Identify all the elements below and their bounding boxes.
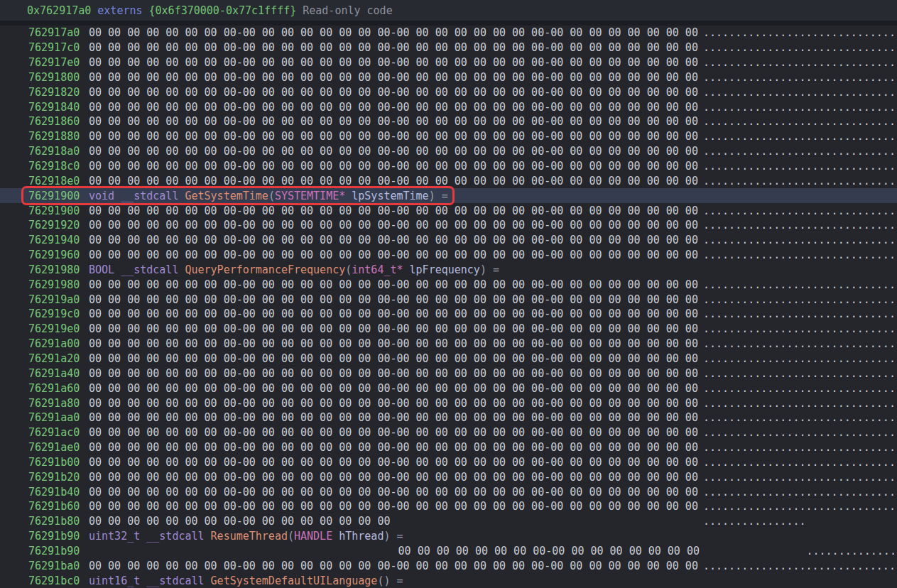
ascii-preview: ................................ <box>703 307 897 320</box>
hex-dump-row[interactable]: 76291b0000 00 00 00 00 00 00 00-00 00 00… <box>0 454 897 469</box>
row-address: 76291a20 <box>28 352 80 365</box>
hex-dump-row[interactable]: 7629182000 00 00 00 00 00 00 00-00 00 00… <box>0 85 897 99</box>
hex-dump-row[interactable]: 7629194000 00 00 00 00 00 00 00-00 00 00… <box>0 233 897 248</box>
function-declaration-row[interactable]: 76291b90uint32_t __stdcall ResumeThread(… <box>0 529 897 544</box>
hex-dump-row[interactable]: 7629188000 00 00 00 00 00 00 00-00 00 00… <box>0 129 897 144</box>
function-declaration-row[interactable]: 76291980BOOL __stdcall QueryPerformanceF… <box>0 263 897 278</box>
hex-bytes: 00 00 00 00 00 00 00 00-00 00 00 00 00 0… <box>89 560 700 572</box>
hex-bytes: 00 00 00 00 00 00 00 00-00 00 00 00 00 0… <box>89 471 700 484</box>
hex-dump-row[interactable]: 76291a0000 00 00 00 00 00 00 00-00 00 00… <box>0 337 897 352</box>
row-address: 76291980 <box>28 263 80 276</box>
ascii-preview: ................................ <box>703 115 897 128</box>
ascii-preview: ................................ <box>703 175 897 187</box>
token-pn: () = <box>377 575 403 587</box>
hex-dump-row[interactable]: 76291a6000 00 00 00 00 00 00 00-00 00 00… <box>0 381 897 396</box>
hex-dump-row[interactable]: 762917e000 00 00 00 00 00 00 00-00 00 00… <box>0 55 897 70</box>
token-pn: ( <box>345 263 352 276</box>
hex-dump-row[interactable]: 762919e000 00 00 00 00 00 00 00-00 00 00… <box>0 322 897 337</box>
row-address: 76291b00 <box>28 456 80 469</box>
hex-dump-row[interactable]: 76291b6000 00 00 00 00 00 00 00-00 00 00… <box>0 499 897 514</box>
token-pn <box>114 263 121 276</box>
function-declaration-row[interactable]: 76291bc0uint16_t __stdcall GetSystemDefa… <box>0 573 897 588</box>
row-address: 76291940 <box>28 234 80 246</box>
row-address: 76291960 <box>28 249 80 261</box>
hex-dump-row[interactable]: 7629184000 00 00 00 00 00 00 00-00 00 00… <box>0 99 897 114</box>
token-pn <box>345 190 352 202</box>
hex-bytes: 00 00 00 00 00 00 00 00-00 00 00 00 00 0… <box>89 307 700 320</box>
hex-dump-row[interactable]: 76291ba000 00 00 00 00 00 00 00-00 00 00… <box>0 558 897 573</box>
hex-dump-row[interactable]: 7629180000 00 00 00 00 00 00 00-00 00 00… <box>0 70 897 85</box>
token-var: hThread <box>339 530 384 543</box>
hex-dump-row[interactable]: 7629186000 00 00 00 00 00 00 00-00 00 00… <box>0 114 897 129</box>
row-address: 76291a80 <box>28 397 80 410</box>
row-address: 762917e0 <box>28 56 80 69</box>
hex-dump-row[interactable]: 76291b8000 00 00 00 00 00 00 00-00 00 00… <box>0 514 897 529</box>
section-header-bar: 0x762917a0 externs {0x6f370000-0x77c1fff… <box>0 0 897 21</box>
hex-dump-row[interactable]: 7629196000 00 00 00 00 00 00 00-00 00 00… <box>0 248 897 263</box>
hex-dump-row[interactable]: 76291a8000 00 00 00 00 00 00 00-00 00 00… <box>0 396 897 410</box>
token-pn <box>205 575 211 587</box>
ascii-preview: ................................ <box>703 145 897 158</box>
ascii-preview: ................................ <box>703 441 897 454</box>
hex-dump-row[interactable]: 76291b2000 00 00 00 00 00 00 00-00 00 00… <box>0 469 897 484</box>
row-address: 76291920 <box>28 219 80 232</box>
hex-rows: 762917a000 00 00 00 00 00 00 00-00 00 00… <box>0 26 897 588</box>
hex-dump-row[interactable]: 76291ac000 00 00 00 00 00 00 00-00 00 00… <box>0 425 897 440</box>
row-address: 762919e0 <box>28 322 80 335</box>
hex-bytes: 00 00 00 00 00 00 00 00-00 00 00 00 00 0… <box>89 278 700 291</box>
hex-dump-row[interactable]: 762918a000 00 00 00 00 00 00 00-00 00 00… <box>0 144 897 159</box>
token-pn: ) = <box>429 190 448 202</box>
hex-dump-row[interactable]: 76291aa000 00 00 00 00 00 00 00-00 00 00… <box>0 410 897 425</box>
ascii-preview: ................................ <box>703 352 897 365</box>
ascii-preview: ................................ <box>703 486 897 499</box>
row-address: 76291b40 <box>28 486 80 499</box>
hex-bytes: 00 00 00 00 00 00 00 00-00 00 00 00 00 0… <box>89 337 700 350</box>
header-separator <box>0 21 897 26</box>
token-pn: ) = <box>384 530 403 543</box>
function-declaration-row[interactable]: 76291900void __stdcall GetSystemTime(SYS… <box>0 188 897 203</box>
hex-bytes: 00 00 00 00 00 00 00 00-00 00 00 00 00 0… <box>89 101 700 114</box>
ascii-preview: ................................ <box>703 322 897 335</box>
token-pn <box>140 530 146 543</box>
hex-dump-row[interactable]: 76291ae000 00 00 00 00 00 00 00-00 00 00… <box>0 440 897 455</box>
function-signature: uint32_t __stdcall ResumeThread(HANDLE h… <box>89 530 403 543</box>
row-address: 76291b90 <box>28 530 80 543</box>
row-address: 76291840 <box>28 101 80 114</box>
row-address: 76291b90 <box>28 545 80 557</box>
hex-dump-row[interactable]: 7629198000 00 00 00 00 00 00 00-00 00 00… <box>0 277 897 292</box>
hex-dump-row[interactable]: 76291a4000 00 00 00 00 00 00 00-00 00 00… <box>0 366 897 381</box>
token-kw: __stdcall <box>146 530 204 543</box>
token-pn: ( <box>288 530 294 543</box>
hex-bytes: 00 00 00 00 00 00 00 00-00 00 00 00 00 0… <box>89 352 700 365</box>
row-address: 762918a0 <box>28 145 80 158</box>
hex-dump-row[interactable]: 76291b4000 00 00 00 00 00 00 00-00 00 00… <box>0 484 897 499</box>
hex-bytes: 00 00 00 00 00 00 00 00-00 00 00 00 00 0… <box>89 160 700 173</box>
hex-bytes: 00 00 00 00 00 00 00 00-00 00 00 00 00 0… <box>89 26 700 39</box>
hex-bytes: 00 00 00 00 00 00 00 00-00 00 00 00 00 0… <box>89 175 700 187</box>
function-signature: uint16_t __stdcall GetSystemDefaultUILan… <box>89 575 403 587</box>
ascii-preview: ................................ <box>703 278 897 291</box>
hex-dump-row[interactable]: 762919c000 00 00 00 00 00 00 00-00 00 00… <box>0 307 897 322</box>
token-ty: int64_t* <box>352 263 403 276</box>
hex-bytes: 00 00 00 00 00 00 00 00-00 00 00 00 00 0… <box>89 486 700 499</box>
hex-bytes: 00 00 00 00 00 00 00 00-00 00 00 00 00 0… <box>89 41 700 54</box>
hex-dump-row[interactable]: 762918c000 00 00 00 00 00 00 00-00 00 00… <box>0 159 897 174</box>
ascii-preview: ................................ <box>703 130 897 143</box>
hex-dump-row[interactable]: 762918e000 00 00 00 00 00 00 00-00 00 00… <box>0 173 897 188</box>
hex-dump-row[interactable]: 762917c000 00 00 00 00 00 00 00-00 00 00… <box>0 40 897 55</box>
ascii-preview: ................................ <box>703 86 897 99</box>
ascii-preview: ................................ <box>703 234 897 246</box>
hex-dump-row[interactable]: 762917a000 00 00 00 00 00 00 00-00 00 00… <box>0 26 897 40</box>
hex-dump-row[interactable]: 76291a2000 00 00 00 00 00 00 00-00 00 00… <box>0 352 897 366</box>
ascii-preview: ................................ <box>703 160 897 173</box>
function-signature: void __stdcall GetSystemTime(SYSTEMTIME*… <box>89 190 448 202</box>
token-fn: GetSystemTime <box>185 190 268 202</box>
hex-dump-row[interactable]: 7629192000 00 00 00 00 00 00 00-00 00 00… <box>0 218 897 233</box>
row-address: 76291980 <box>28 278 80 291</box>
hex-dump-row[interactable]: 7629190000 00 00 00 00 00 00 00-00 00 00… <box>0 203 897 218</box>
hex-dump-row[interactable]: 76291b9000 00 00 00 00 00 00 00-00 00 00… <box>0 544 897 559</box>
hex-dump-row[interactable]: 762919a000 00 00 00 00 00 00 00-00 00 00… <box>0 292 897 307</box>
hex-bytes: 00 00 00 00 00 00 00 00-00 00 00 00 00 0… <box>89 411 700 424</box>
function-signature: BOOL __stdcall QueryPerformanceFrequency… <box>89 263 499 276</box>
ascii-preview: ................................ <box>703 500 897 513</box>
